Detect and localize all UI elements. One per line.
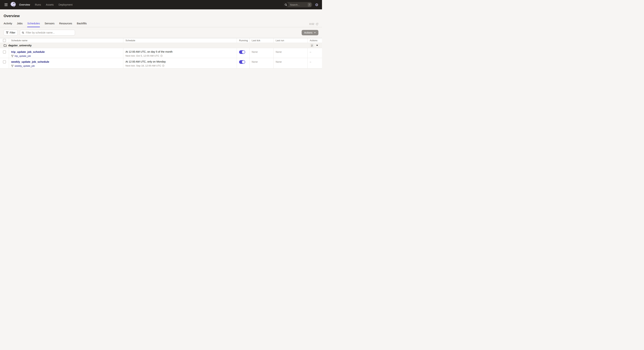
tab-bar: Activity Jobs Schedules Sensors Resource… (0, 21, 322, 27)
search-shortcut-key: / (308, 3, 311, 7)
page-title: Overview (4, 14, 322, 18)
tab-activity[interactable]: Activity (4, 21, 12, 27)
schedule-filter-field (20, 30, 75, 35)
dagster-logo[interactable] (10, 1, 16, 8)
tab-sensors[interactable]: Sensors (44, 21, 54, 27)
actions-button[interactable]: Actions (302, 30, 318, 35)
next-tick-text: Next tick: Oct 5, 12:00 AM UTC (126, 54, 160, 57)
tab-resources[interactable]: Resources (59, 21, 72, 27)
nav-item-overview[interactable]: Overview (19, 3, 30, 6)
job-sitemap-icon (11, 65, 14, 67)
search-input[interactable] (288, 3, 308, 6)
schedule-cron-description: At 12:00 AM UTC, only on Monday (126, 60, 234, 63)
filter-funnel-icon (6, 31, 8, 34)
repo-group-row[interactable]: dagster_university 2 (0, 43, 322, 48)
schedule-row: weekly_update_job_schedule weekly_update… (0, 58, 322, 68)
global-search[interactable]: / (283, 2, 312, 7)
last-run-value: None (276, 50, 282, 53)
column-header-schedule: Schedule (123, 38, 237, 43)
running-toggle[interactable] (239, 50, 245, 54)
toolbar: Filter Actions (0, 27, 322, 38)
group-count-badge: 2 (310, 43, 314, 47)
top-nav: Overview Runs Assets Deployment / ⚙ (0, 0, 322, 9)
select-all-checkbox[interactable] (3, 39, 6, 42)
nav-item-deployment[interactable]: Deployment (58, 3, 72, 6)
nav-links: Overview Runs Assets Deployment (19, 3, 72, 6)
column-header-last-tick: Last tick (250, 38, 274, 43)
row-checkbox[interactable] (3, 60, 6, 63)
row-actions-placeholder: – (310, 50, 311, 53)
schedule-row: trip_update_job_schedule trip_update_job… (0, 48, 322, 58)
column-header-last-run: Last run (274, 38, 308, 43)
job-link[interactable]: trip_update_job (14, 55, 31, 57)
table-header-row: Schedule name Schedule Running Last tick… (0, 38, 322, 43)
tab-backfills[interactable]: Backfills (77, 21, 87, 27)
search-icon (283, 2, 288, 7)
folder-icon (4, 44, 7, 47)
row-actions-placeholder: – (310, 60, 311, 63)
hamburger-menu-icon[interactable] (4, 2, 8, 7)
tab-jobs[interactable]: Jobs (17, 21, 23, 27)
page-header: Overview Activity Jobs Schedules Sensors… (0, 9, 322, 27)
schedule-cron-description: At 12:00 AM UTC, on day 5 of the month (126, 50, 234, 53)
running-toggle[interactable] (239, 60, 245, 64)
tab-schedules[interactable]: Schedules (27, 21, 40, 27)
filter-search-icon (22, 31, 24, 34)
last-tick-value: None (252, 60, 258, 63)
nav-item-assets[interactable]: Assets (46, 3, 54, 6)
job-sitemap-icon (11, 55, 14, 57)
clock-icon (162, 64, 164, 67)
column-header-actions: Actions (308, 38, 322, 43)
schedule-filter-input[interactable] (26, 31, 73, 34)
schedule-name-link[interactable]: weekly_update_job_schedule (11, 60, 49, 63)
row-checkbox[interactable] (3, 50, 6, 53)
schedules-table: Schedule name Schedule Running Last tick… (0, 38, 322, 68)
column-header-running: Running (237, 38, 250, 43)
schedule-name-link[interactable]: trip_update_job_schedule (11, 50, 45, 53)
filter-button[interactable]: Filter (4, 30, 18, 35)
repo-group-name: dagster_university (8, 44, 32, 47)
column-header-schedule-name: Schedule name (9, 38, 123, 43)
last-run-value: None (276, 60, 282, 63)
group-expand-caret-icon[interactable] (316, 45, 318, 46)
refresh-icon[interactable] (316, 23, 318, 25)
next-tick-text: Next tick: Sep 18, 12:00 AM UTC (126, 64, 161, 67)
clock-icon (160, 55, 162, 57)
settings-gear-icon[interactable]: ⚙ (315, 3, 318, 7)
chevron-down-icon (314, 32, 316, 33)
last-tick-value: None (252, 50, 258, 53)
nav-item-runs[interactable]: Runs (35, 3, 41, 6)
refresh-countdown: 0:02 (310, 22, 314, 25)
job-link[interactable]: weekly_update_job (14, 64, 34, 67)
